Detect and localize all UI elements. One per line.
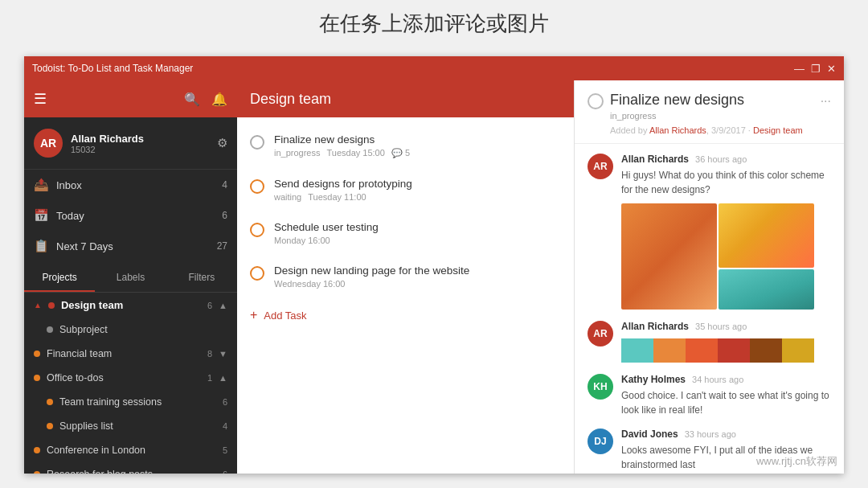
today-icon: 📅: [34, 208, 48, 223]
project-item-office-todos[interactable]: Office to-dos 1 ▲: [24, 366, 237, 390]
project-color-dot: [47, 399, 53, 405]
collapse-icon[interactable]: ▲: [219, 301, 227, 310]
task-list: Finalize new designs in_progress Tuesday…: [237, 117, 574, 474]
add-task-button[interactable]: + Add Task: [237, 298, 574, 332]
project-color-dot: [48, 302, 55, 309]
color-swatch: [653, 338, 686, 363]
search-icon[interactable]: 🔍: [184, 92, 200, 107]
project-count: 6: [207, 301, 212, 310]
project-color-dot: [47, 423, 53, 429]
comment-time: 34 hours ago: [692, 375, 743, 384]
project-color-dot: [34, 471, 40, 474]
triangle-icon: ▲: [34, 301, 42, 310]
task-item[interactable]: Finalize new designs in_progress Tuesday…: [237, 124, 574, 168]
projects-list: ▲ Design team 6 ▲ Subproject Financial t…: [24, 293, 237, 474]
task-checkbox[interactable]: [250, 179, 264, 194]
project-color-dot: [34, 351, 40, 357]
image-cell[interactable]: [719, 203, 814, 268]
middle-panel-title: Design team: [250, 91, 331, 108]
watermark: www.rjtj.cn软荐网: [756, 454, 837, 469]
title-bar: Todoist: To-Do List and Task Manager — ❐…: [24, 56, 844, 80]
comment-author: Kathy Holmes: [621, 374, 686, 385]
user-info: Allan Richards 15032: [71, 133, 209, 154]
comment-header: Allan Richards 35 hours ago: [621, 321, 831, 332]
sidebar-item-today[interactable]: 📅 Today 6: [24, 200, 237, 231]
sidebar: ☰ 🔍 🔔 AR Allan Richards 15032 ⚙ 📤 Inbox: [24, 80, 237, 474]
comments-area: AR Allan Richards 36 hours ago Hi guys! …: [575, 144, 844, 474]
task-name: Send designs for prototyping: [274, 178, 561, 190]
right-panel: Finalize new designs ··· in_progress Add…: [575, 80, 844, 474]
project-count: 1: [207, 373, 212, 383]
today-badge: 6: [215, 210, 227, 221]
hamburger-icon[interactable]: ☰: [34, 90, 47, 108]
task-name: Design new landing page for the website: [274, 265, 561, 277]
user-profile[interactable]: AR Allan Richards 15032 ⚙: [24, 117, 237, 170]
page-title: 在任务上添加评论或图片: [0, 0, 868, 46]
project-link[interactable]: Design team: [753, 125, 803, 135]
project-item-research[interactable]: Research for blog posts 6: [24, 462, 237, 474]
comment-text: Hi guys! What do you think of this color…: [621, 168, 831, 197]
more-options-icon[interactable]: ···: [821, 94, 831, 109]
task-item[interactable]: Send designs for prototyping waiting Tue…: [237, 168, 574, 211]
task-checkbox[interactable]: [250, 223, 264, 237]
maximize-button[interactable]: ❐: [811, 63, 821, 75]
project-name: Research for blog posts: [47, 469, 216, 474]
sidebar-item-next7days[interactable]: 📋 Next 7 Days 27: [24, 231, 237, 261]
task-content: Finalize new designs in_progress Tuesday…: [274, 133, 561, 158]
minimize-button[interactable]: —: [794, 63, 805, 75]
close-button[interactable]: ✕: [827, 63, 836, 75]
expand-icon[interactable]: ▼: [219, 349, 227, 359]
gear-icon[interactable]: ⚙: [217, 136, 227, 150]
project-item-team-training[interactable]: Team training sessions 6: [24, 390, 237, 414]
task-complete-checkbox[interactable]: [588, 93, 604, 109]
sidebar-item-label: Inbox: [56, 179, 207, 191]
comment-text: Good choice. I can't wait to see what it…: [621, 388, 831, 417]
color-swatch: [750, 338, 782, 363]
color-swatch: [718, 338, 750, 363]
project-count: 6: [223, 397, 227, 407]
project-count: 5: [223, 445, 227, 455]
comment-header: David Jones 33 hours ago: [621, 429, 831, 440]
comment-author: Allan Richards: [621, 321, 689, 332]
image-cell[interactable]: [719, 269, 814, 310]
task-date: Tuesday 11:00: [308, 192, 366, 202]
comment-time: 36 hours ago: [695, 154, 747, 164]
avatar: DJ: [588, 429, 613, 454]
tab-labels[interactable]: Labels: [95, 265, 166, 292]
task-checkbox[interactable]: [250, 135, 264, 150]
tab-projects[interactable]: Projects: [24, 265, 95, 292]
task-item[interactable]: Design new landing page for the website …: [237, 255, 574, 298]
right-task-title: Finalize new designs: [610, 92, 744, 109]
user-id: 15032: [71, 145, 209, 154]
right-header-row: Finalize new designs ···: [588, 92, 831, 111]
project-item-design-team[interactable]: ▲ Design team 6 ▲: [24, 293, 237, 318]
collapse-icon[interactable]: ▲: [219, 373, 227, 383]
tab-filters[interactable]: Filters: [166, 265, 237, 292]
task-content: Schedule user testing Monday 16:00: [274, 221, 561, 245]
middle-header: Design team: [237, 80, 574, 117]
comment-author: David Jones: [621, 429, 678, 440]
project-item-subproject[interactable]: Subproject: [24, 318, 237, 342]
right-panel-header: Finalize new designs ··· in_progress Add…: [575, 80, 844, 144]
task-content: Design new landing page for the website …: [274, 265, 561, 289]
task-meta: in_progress Tuesday 15:00 💬 5: [274, 148, 561, 158]
task-date: Monday 16:00: [274, 236, 330, 245]
calendar-icon: 📋: [34, 239, 48, 253]
project-color-dot: [47, 326, 53, 333]
comment-body: Kathy Holmes 34 hours ago Good choice. I…: [621, 374, 831, 417]
project-item-financial-team[interactable]: Financial team 8 ▼: [24, 342, 237, 366]
comment-time: 35 hours ago: [695, 322, 747, 331]
task-meta-link[interactable]: Allan Richards: [649, 125, 706, 135]
task-status: waiting: [274, 192, 301, 202]
app-window: Todoist: To-Do List and Task Manager — ❐…: [24, 56, 844, 474]
comment-time: 33 hours ago: [685, 429, 736, 439]
project-name: Supplies list: [59, 420, 216, 432]
project-item-conference[interactable]: Conference in London 5: [24, 438, 237, 462]
plus-icon: +: [250, 308, 257, 322]
sidebar-item-inbox[interactable]: 📤 Inbox 4: [24, 170, 237, 200]
bell-icon[interactable]: 🔔: [211, 92, 227, 107]
task-checkbox[interactable]: [250, 266, 264, 281]
project-item-supplies[interactable]: Supplies list 4: [24, 414, 237, 438]
image-cell[interactable]: [621, 203, 717, 310]
task-item[interactable]: Schedule user testing Monday 16:00: [237, 211, 574, 255]
